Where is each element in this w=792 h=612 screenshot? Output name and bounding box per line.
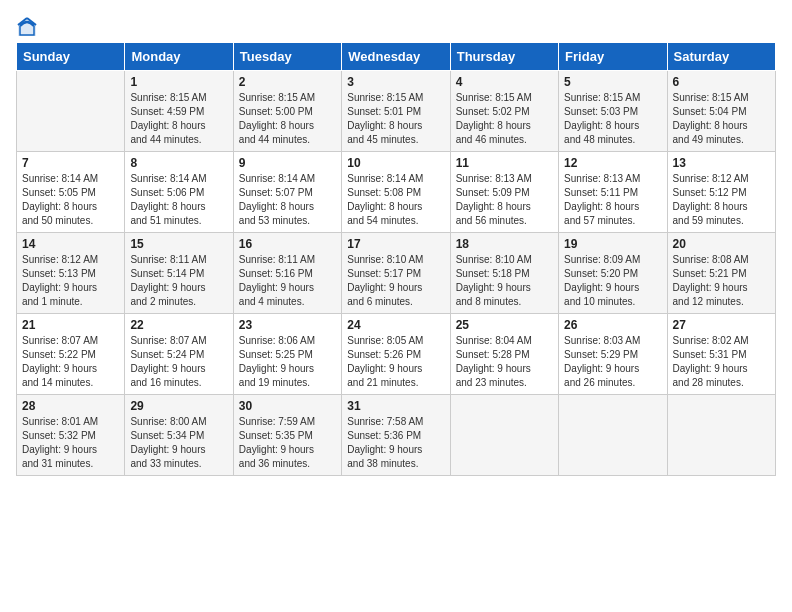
day-info: Sunrise: 8:10 AM Sunset: 5:18 PM Dayligh… <box>456 253 553 309</box>
day-number: 29 <box>130 399 227 413</box>
day-number: 7 <box>22 156 119 170</box>
day-info: Sunrise: 8:07 AM Sunset: 5:22 PM Dayligh… <box>22 334 119 390</box>
day-cell: 15Sunrise: 8:11 AM Sunset: 5:14 PM Dayli… <box>125 233 233 314</box>
day-info: Sunrise: 8:07 AM Sunset: 5:24 PM Dayligh… <box>130 334 227 390</box>
week-row-3: 14Sunrise: 8:12 AM Sunset: 5:13 PM Dayli… <box>17 233 776 314</box>
day-cell: 24Sunrise: 8:05 AM Sunset: 5:26 PM Dayli… <box>342 314 450 395</box>
day-number: 21 <box>22 318 119 332</box>
day-cell: 19Sunrise: 8:09 AM Sunset: 5:20 PM Dayli… <box>559 233 667 314</box>
day-cell: 4Sunrise: 8:15 AM Sunset: 5:02 PM Daylig… <box>450 71 558 152</box>
day-info: Sunrise: 8:12 AM Sunset: 5:12 PM Dayligh… <box>673 172 770 228</box>
day-number: 27 <box>673 318 770 332</box>
day-number: 14 <box>22 237 119 251</box>
day-cell: 8Sunrise: 8:14 AM Sunset: 5:06 PM Daylig… <box>125 152 233 233</box>
day-cell <box>450 395 558 476</box>
day-info: Sunrise: 8:11 AM Sunset: 5:16 PM Dayligh… <box>239 253 336 309</box>
week-row-2: 7Sunrise: 8:14 AM Sunset: 5:05 PM Daylig… <box>17 152 776 233</box>
day-info: Sunrise: 8:03 AM Sunset: 5:29 PM Dayligh… <box>564 334 661 390</box>
day-info: Sunrise: 8:08 AM Sunset: 5:21 PM Dayligh… <box>673 253 770 309</box>
day-number: 5 <box>564 75 661 89</box>
day-number: 28 <box>22 399 119 413</box>
day-number: 1 <box>130 75 227 89</box>
day-cell: 7Sunrise: 8:14 AM Sunset: 5:05 PM Daylig… <box>17 152 125 233</box>
day-cell: 13Sunrise: 8:12 AM Sunset: 5:12 PM Dayli… <box>667 152 775 233</box>
day-number: 16 <box>239 237 336 251</box>
day-number: 2 <box>239 75 336 89</box>
day-info: Sunrise: 8:05 AM Sunset: 5:26 PM Dayligh… <box>347 334 444 390</box>
day-number: 30 <box>239 399 336 413</box>
day-cell: 17Sunrise: 8:10 AM Sunset: 5:17 PM Dayli… <box>342 233 450 314</box>
day-cell: 26Sunrise: 8:03 AM Sunset: 5:29 PM Dayli… <box>559 314 667 395</box>
day-number: 18 <box>456 237 553 251</box>
day-info: Sunrise: 8:14 AM Sunset: 5:07 PM Dayligh… <box>239 172 336 228</box>
day-info: Sunrise: 8:15 AM Sunset: 5:03 PM Dayligh… <box>564 91 661 147</box>
day-number: 26 <box>564 318 661 332</box>
day-info: Sunrise: 8:10 AM Sunset: 5:17 PM Dayligh… <box>347 253 444 309</box>
day-info: Sunrise: 8:04 AM Sunset: 5:28 PM Dayligh… <box>456 334 553 390</box>
day-info: Sunrise: 8:14 AM Sunset: 5:05 PM Dayligh… <box>22 172 119 228</box>
day-info: Sunrise: 8:15 AM Sunset: 4:59 PM Dayligh… <box>130 91 227 147</box>
day-cell <box>17 71 125 152</box>
header-day-thursday: Thursday <box>450 43 558 71</box>
header <box>16 16 776 38</box>
day-cell: 22Sunrise: 8:07 AM Sunset: 5:24 PM Dayli… <box>125 314 233 395</box>
day-cell: 10Sunrise: 8:14 AM Sunset: 5:08 PM Dayli… <box>342 152 450 233</box>
day-cell: 5Sunrise: 8:15 AM Sunset: 5:03 PM Daylig… <box>559 71 667 152</box>
day-number: 12 <box>564 156 661 170</box>
day-info: Sunrise: 8:13 AM Sunset: 5:09 PM Dayligh… <box>456 172 553 228</box>
day-info: Sunrise: 8:14 AM Sunset: 5:08 PM Dayligh… <box>347 172 444 228</box>
day-cell: 30Sunrise: 7:59 AM Sunset: 5:35 PM Dayli… <box>233 395 341 476</box>
day-number: 19 <box>564 237 661 251</box>
day-cell: 2Sunrise: 8:15 AM Sunset: 5:00 PM Daylig… <box>233 71 341 152</box>
day-info: Sunrise: 8:13 AM Sunset: 5:11 PM Dayligh… <box>564 172 661 228</box>
day-cell: 12Sunrise: 8:13 AM Sunset: 5:11 PM Dayli… <box>559 152 667 233</box>
day-info: Sunrise: 8:02 AM Sunset: 5:31 PM Dayligh… <box>673 334 770 390</box>
header-day-sunday: Sunday <box>17 43 125 71</box>
day-number: 4 <box>456 75 553 89</box>
day-info: Sunrise: 8:00 AM Sunset: 5:34 PM Dayligh… <box>130 415 227 471</box>
day-info: Sunrise: 8:14 AM Sunset: 5:06 PM Dayligh… <box>130 172 227 228</box>
day-number: 3 <box>347 75 444 89</box>
day-number: 10 <box>347 156 444 170</box>
day-cell: 18Sunrise: 8:10 AM Sunset: 5:18 PM Dayli… <box>450 233 558 314</box>
day-cell: 11Sunrise: 8:13 AM Sunset: 5:09 PM Dayli… <box>450 152 558 233</box>
day-number: 24 <box>347 318 444 332</box>
day-cell: 29Sunrise: 8:00 AM Sunset: 5:34 PM Dayli… <box>125 395 233 476</box>
day-info: Sunrise: 8:01 AM Sunset: 5:32 PM Dayligh… <box>22 415 119 471</box>
header-day-tuesday: Tuesday <box>233 43 341 71</box>
day-info: Sunrise: 8:06 AM Sunset: 5:25 PM Dayligh… <box>239 334 336 390</box>
day-number: 15 <box>130 237 227 251</box>
header-day-monday: Monday <box>125 43 233 71</box>
day-cell: 20Sunrise: 8:08 AM Sunset: 5:21 PM Dayli… <box>667 233 775 314</box>
day-cell: 21Sunrise: 8:07 AM Sunset: 5:22 PM Dayli… <box>17 314 125 395</box>
day-number: 20 <box>673 237 770 251</box>
day-cell: 14Sunrise: 8:12 AM Sunset: 5:13 PM Dayli… <box>17 233 125 314</box>
calendar-body: 1Sunrise: 8:15 AM Sunset: 4:59 PM Daylig… <box>17 71 776 476</box>
day-number: 11 <box>456 156 553 170</box>
header-day-friday: Friday <box>559 43 667 71</box>
day-number: 22 <box>130 318 227 332</box>
day-number: 6 <box>673 75 770 89</box>
day-info: Sunrise: 7:59 AM Sunset: 5:35 PM Dayligh… <box>239 415 336 471</box>
header-day-wednesday: Wednesday <box>342 43 450 71</box>
day-cell: 27Sunrise: 8:02 AM Sunset: 5:31 PM Dayli… <box>667 314 775 395</box>
week-row-4: 21Sunrise: 8:07 AM Sunset: 5:22 PM Dayli… <box>17 314 776 395</box>
page-container: SundayMondayTuesdayWednesdayThursdayFrid… <box>0 0 792 486</box>
day-cell <box>559 395 667 476</box>
day-info: Sunrise: 8:15 AM Sunset: 5:02 PM Dayligh… <box>456 91 553 147</box>
day-info: Sunrise: 7:58 AM Sunset: 5:36 PM Dayligh… <box>347 415 444 471</box>
day-cell: 23Sunrise: 8:06 AM Sunset: 5:25 PM Dayli… <box>233 314 341 395</box>
header-row: SundayMondayTuesdayWednesdayThursdayFrid… <box>17 43 776 71</box>
day-number: 9 <box>239 156 336 170</box>
day-cell <box>667 395 775 476</box>
day-info: Sunrise: 8:09 AM Sunset: 5:20 PM Dayligh… <box>564 253 661 309</box>
day-number: 8 <box>130 156 227 170</box>
day-info: Sunrise: 8:15 AM Sunset: 5:04 PM Dayligh… <box>673 91 770 147</box>
day-cell: 28Sunrise: 8:01 AM Sunset: 5:32 PM Dayli… <box>17 395 125 476</box>
day-info: Sunrise: 8:12 AM Sunset: 5:13 PM Dayligh… <box>22 253 119 309</box>
day-number: 31 <box>347 399 444 413</box>
week-row-5: 28Sunrise: 8:01 AM Sunset: 5:32 PM Dayli… <box>17 395 776 476</box>
day-number: 17 <box>347 237 444 251</box>
day-cell: 3Sunrise: 8:15 AM Sunset: 5:01 PM Daylig… <box>342 71 450 152</box>
day-info: Sunrise: 8:11 AM Sunset: 5:14 PM Dayligh… <box>130 253 227 309</box>
